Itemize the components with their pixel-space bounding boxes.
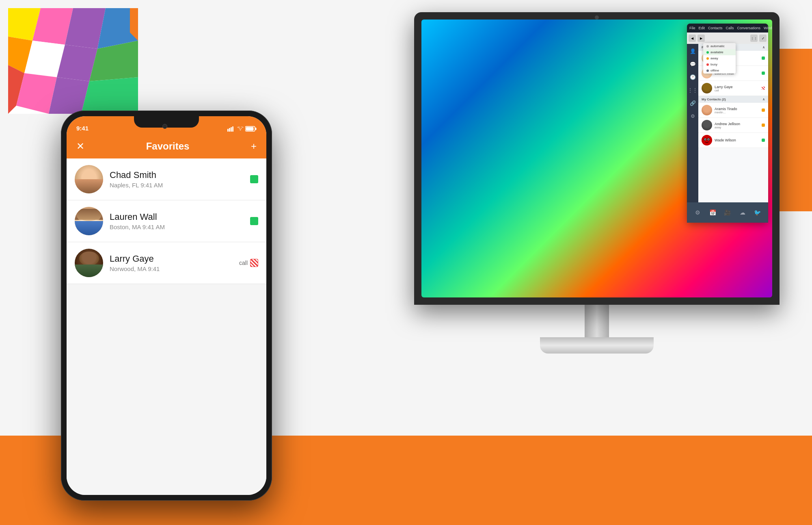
contact-larry-gaye[interactable]: Larry Gaye call [698,81,768,96]
abstract-art [8,8,138,114]
favorites-collapse[interactable]: ∧ [762,46,765,49]
menu-calls[interactable]: Calls [726,26,734,30]
bottom-twitter-icon[interactable]: 🐦 [754,208,762,217]
phone-larry-call-label: call [239,260,248,266]
andrew-j-info: Andrew Jellison away [715,122,759,129]
larry-info: Larry Gaye call [715,85,759,92]
andrew-j-avatar [702,120,712,130]
app-sidebar: 👤 💬 🕐 ⋮⋮ 🔗 ⚙ [687,44,698,202]
sidebar-item-grid[interactable]: ⋮⋮ [689,86,697,94]
available-dot [706,51,709,54]
sidebar-item-person[interactable]: 👤 [689,47,697,55]
busy-dot [706,63,709,66]
sidebar-item-chat[interactable]: 💬 [689,60,697,68]
my-contacts-collapse[interactable]: ∧ [762,98,765,101]
toolbar-btn-1[interactable]: ◀ [689,35,696,42]
auto-dot [706,45,709,48]
bottom-calendar-icon[interactable]: 📅 [708,208,717,217]
phone-larry-call-badge: call [239,259,258,267]
lauren-status-indicator [762,72,765,75]
contact-andrew-jellison[interactable]: Andrew Jellison away [698,118,768,133]
wade-name: Wade Wilson [715,138,759,142]
aramis-status-indicator [762,108,765,112]
svg-point-18 [708,139,709,140]
menu-contacts[interactable]: Contacts [708,26,723,30]
monitor-stand-base [540,337,654,354]
away-dot [706,57,709,60]
phone-larry-info: Larry Gaye Norwood, MA 9:41 [110,254,233,272]
larry-avatar [702,83,712,93]
sidebar-item-link[interactable]: 🔗 [689,99,697,107]
monitor-screen: File Edit Contacts Calls Conversations W… [421,20,772,297]
status-option-offline[interactable]: offline [703,67,736,74]
wade-status-indicator [762,139,765,142]
toolbar-btn-expand[interactable]: ⤢ [759,35,767,42]
my-contacts-title: My Contacts (2) [702,98,726,101]
aramis-info: Aramis Tirado meetin… [715,107,759,114]
menu-file[interactable]: File [689,26,695,30]
toolbar-btn-2[interactable]: ▶ [698,35,705,42]
menu-edit[interactable]: Edit [699,26,705,30]
app-menubar: File Edit Contacts Calls Conversations W… [687,24,768,33]
andrew-j-status-indicator [762,124,765,127]
phone-camera [162,124,167,129]
phone-lauren-info: Lauren Wall Boston, MA 9:41 AM [110,212,244,230]
phone-lauren-name: Lauren Wall [110,212,244,222]
contact-aramis-tirado[interactable]: Aramis Tirado meetin… [698,103,768,118]
phone-lauren-detail: Boston, MA 9:41 AM [110,223,244,230]
phone-chad-status [250,175,258,183]
phone-close-btn[interactable]: ✕ [76,141,84,152]
phone-contact-lauren[interactable]: Lauren Wall Boston, MA 9:41 AM [67,200,266,242]
svg-rect-25 [246,127,254,131]
my-contacts-section-header: My Contacts (2) ∧ [698,96,768,103]
menu-conversations[interactable]: Conversations [737,26,761,30]
aramis-status-label: meetin… [715,111,759,114]
phone-larry-detail: Norwood, MA 9:41 [110,265,233,272]
menu-window[interactable]: Window [764,26,772,30]
sidebar-item-clock[interactable]: 🕐 [689,73,697,81]
andrew-j-status-label: away [715,126,759,129]
svg-point-17 [705,139,706,140]
phone-time: 9:41 [76,125,89,132]
chad-status-indicator [762,56,765,60]
status-option-busy[interactable]: busy [703,61,736,67]
phone-larry-name: Larry Gaye [110,254,233,264]
svg-point-14 [702,135,712,145]
larry-status-indicator [762,87,765,90]
larry-status-label: call [715,89,759,92]
wade-avatar [702,135,712,145]
andrew-j-name: Andrew Jellison [715,122,759,126]
svg-rect-22 [232,126,233,132]
status-option-available[interactable]: available [703,49,736,55]
sidebar-item-settings[interactable]: ⚙ [689,112,697,120]
phone-container: 9:41 [61,111,272,484]
bottom-gear-icon[interactable]: ⚙ [693,208,702,217]
phone-chad-info: Chad Smith Naples, FL 9:41 AM [110,170,244,189]
phone-larry-status [250,259,258,267]
contact-wade-wilson[interactable]: Wade Wilson [698,133,768,148]
app-bottom-bar: ⚙ 📅 🎥 ☁ 🐦 [687,202,768,223]
app-toolbar: ◀ ▶ ⋮⋮ ⤢ [687,33,768,44]
monitor-frame: File Edit Contacts Calls Conversations W… [414,12,780,305]
phone-notch [134,116,199,128]
status-option-away[interactable]: away [703,55,736,61]
phone-contact-chad[interactable]: Chad Smith Naples, FL 9:41 AM [67,158,266,200]
monitor-stand-neck [585,305,609,337]
larry-name: Larry Gaye [715,85,759,89]
phone-header: ✕ Favorites + [67,134,266,158]
svg-rect-19 [227,129,229,132]
status-dropdown: automatic available away busy [703,43,736,74]
phone-add-btn[interactable]: + [251,141,257,152]
phone-title: Favorites [146,141,190,152]
bottom-cloud-icon[interactable]: ☁ [739,208,747,217]
phone-chad-name: Chad Smith [110,170,244,180]
svg-rect-20 [229,128,230,132]
phone-lauren-avatar [75,207,103,235]
phone-contact-larry[interactable]: Larry Gaye Norwood, MA 9:41 call [67,242,266,284]
status-option-automatic[interactable]: automatic [703,43,736,49]
svg-marker-12 [81,77,138,114]
phone-chad-avatar [75,165,103,193]
toolbar-btn-grid[interactable]: ⋮⋮ [750,35,758,42]
phone-lauren-status [250,217,258,225]
bottom-video-icon[interactable]: 🎥 [723,208,732,217]
